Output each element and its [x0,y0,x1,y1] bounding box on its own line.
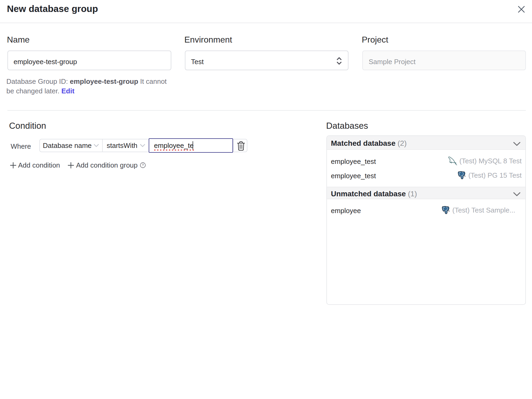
svg-text:?: ? [142,163,144,167]
